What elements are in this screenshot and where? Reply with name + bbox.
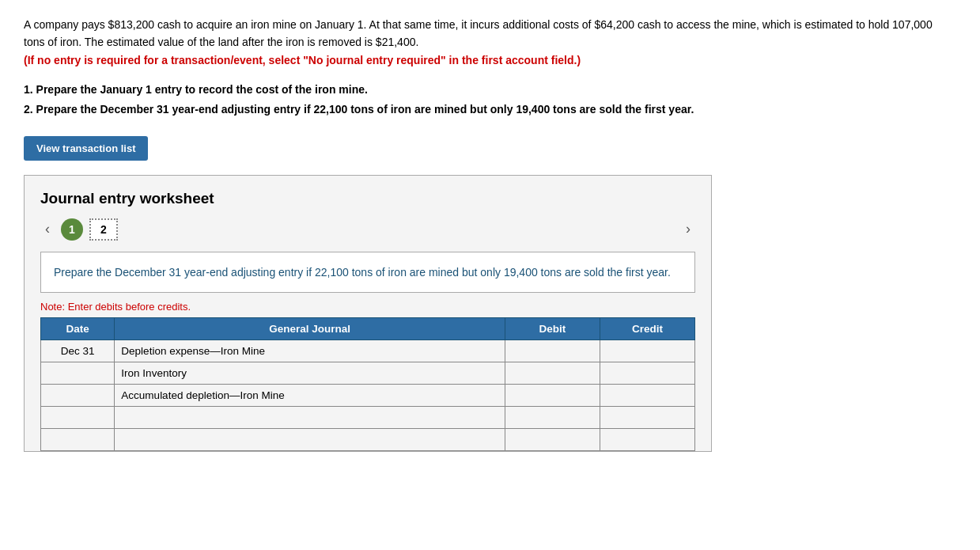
date-cell-1: Dec 31 xyxy=(41,339,115,362)
credit-cell-4[interactable] xyxy=(600,406,694,428)
date-cell-4 xyxy=(41,406,115,428)
credit-cell-1[interactable] xyxy=(600,339,694,362)
credit-input-3[interactable] xyxy=(607,389,688,401)
tab-1-label: 1 xyxy=(69,223,75,236)
description-box: Prepare the December 31 year-end adjusti… xyxy=(40,252,695,293)
credit-cell-3[interactable] xyxy=(600,384,694,406)
credit-cell-2[interactable] xyxy=(600,362,694,384)
debit-cell-3[interactable] xyxy=(505,384,600,406)
instruction-2-text: 2. Prepare the December 31 year-end adju… xyxy=(24,103,694,116)
table-row xyxy=(41,384,695,406)
header-general-journal: General Journal xyxy=(115,317,505,339)
prev-arrow[interactable]: ‹ xyxy=(40,219,55,239)
journal-input-3[interactable] xyxy=(121,389,498,401)
debit-input-3[interactable] xyxy=(512,389,593,401)
debit-input-4[interactable] xyxy=(512,412,593,423)
next-arrow[interactable]: › xyxy=(681,219,695,239)
journal-worksheet: Journal entry worksheet ‹ 1 2 › Prepare … xyxy=(24,175,712,452)
credit-cell-5[interactable] xyxy=(600,428,694,450)
debit-cell-5[interactable] xyxy=(505,428,600,450)
debit-cell-1[interactable] xyxy=(505,339,600,362)
journal-input-4[interactable] xyxy=(121,412,498,423)
table-row: Dec 31 xyxy=(41,339,695,362)
tab-2-label: 2 xyxy=(100,223,107,236)
debit-input-1[interactable] xyxy=(512,345,593,357)
date-cell-2 xyxy=(41,362,115,384)
tab-2[interactable]: 2 xyxy=(89,218,118,241)
tab-row: ‹ 1 2 › xyxy=(40,218,695,241)
journal-cell-1[interactable] xyxy=(115,339,505,362)
credit-input-1[interactable] xyxy=(607,345,688,357)
instructions-block: 1. Prepare the January 1 entry to record… xyxy=(24,80,956,119)
debit-cell-2[interactable] xyxy=(505,362,600,384)
header-date: Date xyxy=(41,317,115,339)
journal-cell-2[interactable] xyxy=(115,362,505,384)
credit-input-4[interactable] xyxy=(607,412,688,423)
instruction-item-1: 1. Prepare the January 1 entry to record… xyxy=(24,80,956,100)
date-cell-3 xyxy=(41,384,115,406)
description-text: Prepare the December 31 year-end adjusti… xyxy=(54,266,671,279)
instruction-1-text: 1. Prepare the January 1 entry to record… xyxy=(24,83,368,96)
red-instruction: (If no entry is required for a transacti… xyxy=(24,54,581,66)
journal-table: Date General Journal Debit Credit Dec 31 xyxy=(40,317,695,451)
header-debit: Debit xyxy=(505,317,600,339)
date-cell-5 xyxy=(41,428,115,450)
instruction-item-2: 2. Prepare the December 31 year-end adju… xyxy=(24,100,956,119)
table-row xyxy=(41,428,695,450)
debit-input-2[interactable] xyxy=(512,367,593,379)
journal-cell-4[interactable] xyxy=(115,406,505,428)
journal-cell-5[interactable] xyxy=(115,428,505,450)
journal-input-2[interactable] xyxy=(121,367,498,379)
note-text: Note: Enter debits before credits. xyxy=(40,301,695,313)
credit-input-5[interactable] xyxy=(607,434,688,446)
date-value-1: Dec 31 xyxy=(61,345,95,357)
table-row xyxy=(41,406,695,428)
view-transaction-button[interactable]: View transaction list xyxy=(24,136,148,161)
table-row xyxy=(41,362,695,384)
debit-input-5[interactable] xyxy=(512,434,593,446)
intro-paragraph: A company pays $813,200 cash to acquire … xyxy=(24,16,933,69)
credit-input-2[interactable] xyxy=(607,367,688,379)
journal-input-1[interactable] xyxy=(121,345,498,357)
worksheet-title: Journal entry worksheet xyxy=(40,190,695,207)
header-credit: Credit xyxy=(600,317,694,339)
journal-input-5[interactable] xyxy=(121,434,498,446)
journal-cell-3[interactable] xyxy=(115,384,505,406)
intro-text-content: A company pays $813,200 cash to acquire … xyxy=(24,18,933,48)
tab-1[interactable]: 1 xyxy=(61,218,83,241)
debit-cell-4[interactable] xyxy=(505,406,600,428)
